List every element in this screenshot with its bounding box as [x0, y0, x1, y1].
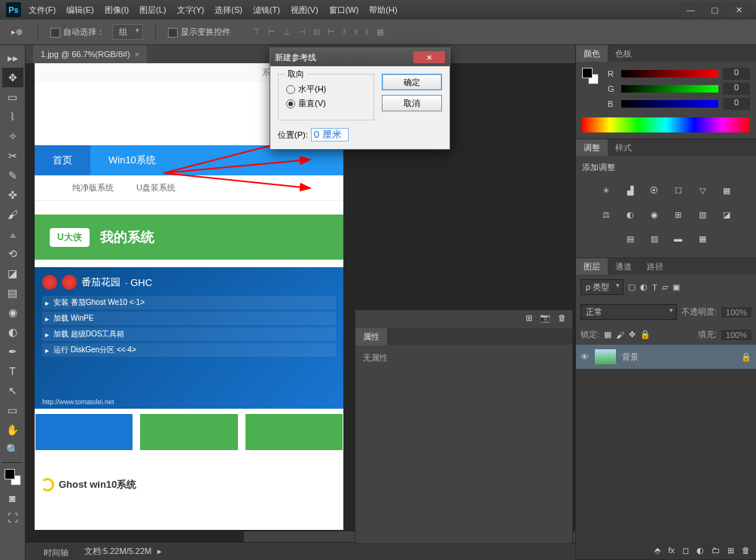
filter-adjust-icon[interactable]: ◐	[640, 282, 648, 292]
menu-layer[interactable]: 图层(L)	[139, 5, 166, 16]
move-tool[interactable]: ✥	[2, 68, 23, 87]
pen-tool[interactable]: ✒	[2, 342, 23, 361]
filter-pixel-icon[interactable]: ▢	[628, 282, 636, 292]
blur-tool[interactable]: ◉	[2, 303, 23, 322]
magic-wand-tool[interactable]: ✧	[2, 126, 23, 146]
gradient-tool[interactable]: ▤	[2, 283, 23, 303]
menu-view[interactable]: 视图(V)	[291, 5, 319, 16]
delete-layer-icon[interactable]: 🗑	[742, 546, 750, 555]
color-swatch[interactable]	[582, 68, 599, 84]
opacity-value[interactable]: 100%	[721, 307, 751, 318]
layer-mask-icon[interactable]: ◻	[682, 546, 689, 555]
b-slider[interactable]	[621, 100, 718, 108]
auto-select-target-dropdown[interactable]: 组	[112, 24, 143, 40]
foreground-background-swatch[interactable]	[5, 469, 21, 485]
layer-thumbnail[interactable]	[595, 349, 616, 364]
close-button[interactable]: ✕	[727, 2, 750, 17]
bw-icon[interactable]: ◐	[622, 206, 639, 223]
color-spectrum[interactable]	[582, 117, 750, 132]
move-tool-preset-icon[interactable]: ▸⊕	[8, 25, 26, 40]
zoom-tool[interactable]: 🔍	[2, 440, 23, 459]
visibility-eye-icon[interactable]: 👁	[581, 352, 589, 361]
fill-value[interactable]: 100%	[721, 330, 751, 340]
show-transform-label[interactable]: 显示变换控件	[168, 26, 230, 38]
layer-name[interactable]: 背景	[622, 352, 639, 363]
brush-tool[interactable]: 🖌	[2, 205, 23, 224]
tab-properties[interactable]: 属性	[355, 328, 387, 345]
brightness-icon[interactable]: ☀	[598, 182, 614, 199]
dialog-titlebar[interactable]: 新建参考线 ✕	[270, 48, 450, 66]
align-top-icon[interactable]: ⊤	[253, 27, 261, 37]
radio-vertical[interactable]: 垂直(V)	[286, 98, 366, 109]
menu-help[interactable]: 帮助(H)	[369, 5, 397, 16]
filter-type-icon[interactable]: T	[652, 283, 657, 292]
path-selection-tool[interactable]: ↖	[2, 381, 23, 400]
3d-mode-icon[interactable]: ▦	[376, 27, 384, 37]
screen-mode-icon[interactable]: 📷	[540, 313, 550, 325]
r-slider[interactable]	[621, 70, 718, 78]
tab-channels[interactable]: 通道	[608, 258, 639, 275]
align-center-icon[interactable]: ⊟	[313, 27, 320, 37]
lock-image-icon[interactable]: 🖌	[616, 330, 624, 339]
align-left-icon[interactable]: ⊣	[298, 27, 306, 37]
healing-brush-tool[interactable]: ✜	[2, 185, 23, 205]
radio-horizontal[interactable]: 水平(H)	[286, 84, 366, 95]
menu-select[interactable]: 选择(S)	[215, 5, 242, 16]
status-chevron-icon[interactable]: ▸	[157, 546, 162, 556]
trash-icon[interactable]: 🗑	[558, 313, 566, 325]
clone-stamp-tool[interactable]: ⟁	[2, 224, 23, 244]
distribute-icon[interactable]: ⫴	[354, 27, 358, 37]
menu-window[interactable]: 窗口(W)	[329, 5, 359, 16]
crop-tool[interactable]: ✂	[2, 146, 23, 166]
dodge-tool[interactable]: ◐	[2, 322, 23, 342]
lasso-tool[interactable]: ⌇	[2, 107, 23, 126]
photo-filter-icon[interactable]: ◉	[646, 206, 663, 223]
g-slider[interactable]	[621, 85, 718, 93]
levels-icon[interactable]: ▟	[622, 182, 639, 199]
layer-row-background[interactable]: 👁 背景 🔒	[576, 345, 756, 369]
align-bottom-icon[interactable]: ⊥	[283, 27, 291, 37]
threshold-icon[interactable]: ▨	[646, 230, 663, 247]
menu-image[interactable]: 图像(I)	[105, 5, 129, 16]
lock-position-icon[interactable]: ✥	[629, 330, 636, 339]
ok-button[interactable]: 确定	[382, 74, 442, 90]
tab-layers[interactable]: 图层	[576, 258, 608, 275]
distribute-icon[interactable]: ⫴	[343, 27, 346, 37]
lock-transparent-icon[interactable]: ▦	[604, 330, 611, 339]
eyedropper-tool[interactable]: ✎	[2, 166, 23, 185]
eraser-tool[interactable]: ◪	[2, 263, 23, 283]
radio-horizontal-input[interactable]	[286, 85, 295, 94]
blend-mode-select[interactable]: 正常	[581, 304, 677, 320]
history-brush-tool[interactable]: ⟲	[2, 244, 23, 263]
menu-type[interactable]: 文字(Y)	[177, 5, 205, 16]
new-group-icon[interactable]: 🗀	[712, 546, 720, 555]
toolbox-collapse-icon[interactable]: ▸▸	[2, 48, 23, 68]
type-tool[interactable]: T	[2, 361, 23, 381]
exposure-icon[interactable]: ☐	[670, 182, 687, 199]
minimize-button[interactable]: —	[679, 2, 702, 17]
g-value[interactable]: 0	[723, 83, 750, 95]
layer-filter-kind[interactable]: ρ 类型	[581, 279, 623, 295]
layer-list[interactable]: 👁 背景 🔒	[576, 345, 756, 541]
menu-edit[interactable]: 编辑(E)	[66, 5, 94, 16]
new-layer-icon[interactable]: ⊞	[727, 546, 734, 555]
tab-timeline[interactable]: 时间轴	[33, 545, 79, 560]
tab-adjustments[interactable]: 调整	[576, 139, 608, 156]
hand-tool[interactable]: ✋	[2, 420, 23, 440]
auto-select-label[interactable]: 自动选择：	[50, 26, 105, 38]
shape-tool[interactable]: ▭	[2, 400, 23, 420]
auto-select-checkbox[interactable]	[50, 28, 60, 38]
curves-icon[interactable]: ⦿	[646, 182, 663, 199]
foreground-color-swatch[interactable]	[5, 469, 15, 479]
fg-swatch[interactable]	[582, 68, 593, 78]
dialog-close-button[interactable]: ✕	[413, 51, 445, 63]
cancel-button[interactable]: 取消	[382, 95, 442, 111]
doc-info[interactable]: 文档:5.22M/5.22M	[84, 546, 151, 557]
screen-mode-tool[interactable]: ⛶	[2, 508, 23, 528]
selective-color-icon[interactable]: ▦	[694, 230, 711, 247]
link-layers-icon[interactable]: ⬘	[654, 546, 660, 555]
gradient-map-icon[interactable]: ▬	[670, 230, 687, 247]
arrange-docs-icon[interactable]: ⊞	[526, 313, 532, 325]
vibrance-icon[interactable]: ▽	[694, 182, 711, 199]
tab-styles[interactable]: 样式	[608, 139, 639, 156]
